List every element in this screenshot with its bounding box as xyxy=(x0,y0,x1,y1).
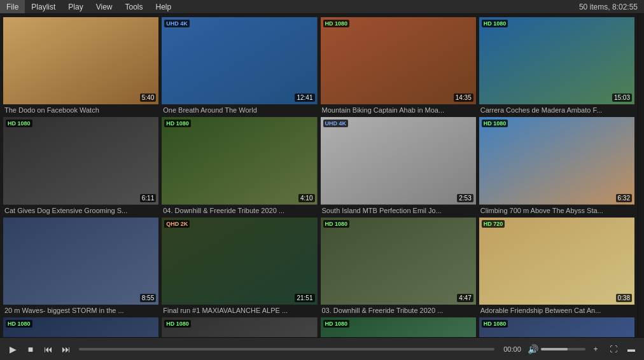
video-item[interactable]: HD 10804:1004. Downhill & Freeride Tribu… xyxy=(162,117,317,214)
prev-button[interactable]: ⏮ xyxy=(41,342,56,357)
duration-badge: 5:40 xyxy=(140,93,156,102)
quality-badge: HD 1080 xyxy=(6,120,32,127)
quality-badge: HD 1080 xyxy=(482,120,508,127)
main-area: 5:40The Dodo on Facebook Watch UHD 4K12:… xyxy=(0,14,644,337)
video-item[interactable]: 5:40The Dodo on Facebook Watch xyxy=(3,17,158,114)
video-item[interactable]: HD 7200:38Adorable Friendship Between Ca… xyxy=(479,218,634,314)
thumbnail xyxy=(3,117,158,204)
svg-rect-9 xyxy=(162,218,317,305)
video-item[interactable]: HD 10806:11Cat Gives Dog Extensive Groom… xyxy=(3,117,158,214)
playback-controls: ▶ ■ ⏮ ⏭ 00:00 🔊 + ⛶ ▬ xyxy=(0,337,644,360)
thumbnail xyxy=(479,117,634,204)
video-title: Climbing 700 m Above The Abyss Sta... xyxy=(479,207,634,214)
video-item[interactable]: HD 10804:4703. Downhill & Freeride Tribu… xyxy=(321,218,476,314)
svg-rect-6 xyxy=(321,117,476,204)
video-title: Cat Gives Dog Extensive Grooming S... xyxy=(3,207,158,214)
extended-button[interactable]: ▬ xyxy=(624,342,639,357)
duration-badge: 8:55 xyxy=(140,294,156,302)
video-item[interactable]: HD 108014:35Mountain Biking Captain Ahab… xyxy=(321,17,476,114)
video-title: Mountain Biking Captain Ahab in Moa... xyxy=(321,106,476,114)
thumbnail xyxy=(3,218,158,305)
playlist: 5:40The Dodo on Facebook Watch UHD 4K12:… xyxy=(0,14,638,337)
video-title: South Island MTB Perfection Emil Jo... xyxy=(321,207,476,214)
menu-bar: File Playlist Play View Tools Help 50 it… xyxy=(0,0,644,14)
video-title: 20 m Waves- biggest STORM in the ... xyxy=(3,307,158,314)
menu-play[interactable]: Play xyxy=(62,0,89,13)
svg-rect-0 xyxy=(3,17,158,104)
duration-badge: 4:10 xyxy=(298,194,314,202)
plus-button[interactable]: + xyxy=(588,342,603,357)
video-item[interactable]: HD 1080 xyxy=(3,317,158,337)
quality-badge: HD 1080 xyxy=(323,20,350,27)
menu-view[interactable]: View xyxy=(90,0,119,13)
video-item[interactable]: UHD 4K2:53South Island MTB Perfection Em… xyxy=(321,117,476,214)
quality-badge: HD 1080 xyxy=(164,320,191,328)
video-title: Adorable Friendship Between Cat An... xyxy=(479,307,634,314)
menu-help[interactable]: Help xyxy=(150,0,178,13)
thumbnail xyxy=(321,117,476,204)
video-item[interactable]: HD 108015:03Carrera Coches de Madera Amb… xyxy=(479,17,634,114)
duration-badge: 12:41 xyxy=(295,93,314,102)
video-item[interactable]: 8:5520 m Waves- biggest STORM in the ... xyxy=(3,218,158,314)
duration-badge: 6:11 xyxy=(140,194,156,202)
menu-file[interactable]: File xyxy=(0,0,25,13)
quality-badge: HD 1080 xyxy=(482,20,508,27)
scrollbar[interactable] xyxy=(638,14,644,337)
thumbnail xyxy=(162,17,317,104)
duration-badge: 21:51 xyxy=(295,294,314,302)
duration-badge: 15:03 xyxy=(612,93,632,102)
svg-rect-1 xyxy=(162,17,317,104)
quality-badge: HD 1080 xyxy=(323,320,350,328)
thumbnail xyxy=(162,218,317,305)
svg-rect-7 xyxy=(479,117,634,204)
quality-badge: HD 1080 xyxy=(164,120,191,127)
video-item[interactable]: HD 1080 xyxy=(479,317,634,337)
quality-badge: HD 1080 xyxy=(482,320,508,328)
video-title: Final run #1 MAXIAVALANCHE ALPE ... xyxy=(162,307,317,314)
quality-badge: UHD 4K xyxy=(323,120,349,127)
duration-badge: 0:38 xyxy=(616,294,632,302)
video-item[interactable]: HD 1080 xyxy=(321,317,476,337)
thumbnail xyxy=(321,17,476,104)
time-display: 00:00 xyxy=(500,345,525,353)
video-item[interactable]: HD 1080 xyxy=(162,317,317,337)
stop-button[interactable]: ■ xyxy=(23,342,38,357)
quality-badge: HD 1080 xyxy=(6,320,32,328)
svg-rect-5 xyxy=(162,117,317,204)
fullscreen-button[interactable]: ⛶ xyxy=(606,342,621,357)
video-item[interactable]: QHD 2K21:51Final run #1 MAXIAVALANCHE AL… xyxy=(162,218,317,314)
svg-rect-11 xyxy=(479,218,634,305)
duration-badge: 4:47 xyxy=(457,294,473,302)
thumbnail xyxy=(3,17,158,104)
quality-badge: UHD 4K xyxy=(164,20,190,27)
thumbnail xyxy=(479,17,634,104)
quality-badge: QHD 2K xyxy=(164,220,190,228)
video-title: 03. Downhill & Freeride Tribute 2020 ... xyxy=(321,307,476,314)
video-item[interactable]: UHD 4K12:41One Breath Around The World xyxy=(162,17,317,114)
video-title: Carrera Coches de Madera Ambato F... xyxy=(479,106,634,114)
video-title: One Breath Around The World xyxy=(162,106,317,114)
volume-fill xyxy=(541,348,568,350)
quality-badge: HD 720 xyxy=(482,220,505,228)
svg-rect-8 xyxy=(3,218,158,305)
svg-rect-3 xyxy=(479,17,634,104)
menu-tools[interactable]: Tools xyxy=(119,0,150,13)
play-button[interactable]: ▶ xyxy=(5,342,20,357)
menu-playlist[interactable]: Playlist xyxy=(25,0,62,13)
duration-badge: 6:32 xyxy=(616,194,632,202)
thumbnail xyxy=(479,218,634,305)
svg-rect-10 xyxy=(321,218,476,305)
volume-icon: 🔊 xyxy=(528,344,538,354)
svg-rect-4 xyxy=(3,117,158,204)
duration-badge: 2:53 xyxy=(457,194,473,202)
thumbnail xyxy=(162,117,317,204)
volume-bar[interactable] xyxy=(541,348,585,350)
video-title: 04. Downhill & Freeride Tribute 2020 ... xyxy=(162,207,317,214)
thumbnail xyxy=(321,218,476,305)
video-title: The Dodo on Facebook Watch xyxy=(3,106,158,114)
next-button[interactable]: ⏭ xyxy=(59,342,74,357)
items-count: 50 items, 8:02:55 xyxy=(579,3,644,11)
progress-bar[interactable] xyxy=(79,348,494,350)
quality-badge: HD 1080 xyxy=(323,220,350,228)
video-item[interactable]: HD 10806:32Climbing 700 m Above The Abys… xyxy=(479,117,634,214)
